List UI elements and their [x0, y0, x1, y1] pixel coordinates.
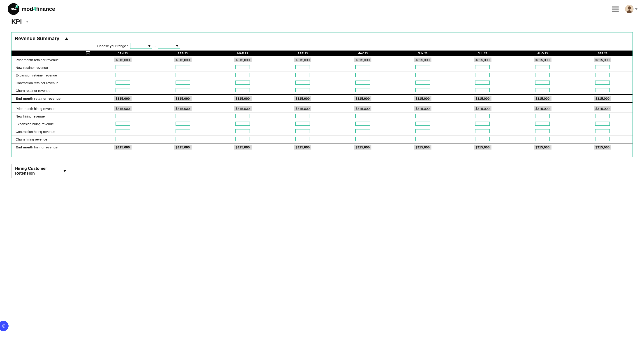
value-input[interactable]: [595, 80, 610, 84]
value-input[interactable]: [475, 137, 490, 141]
value-input[interactable]: [356, 114, 370, 118]
value-input[interactable]: [176, 137, 190, 141]
cell[interactable]: [332, 72, 393, 79]
menu-icon[interactable]: [612, 6, 619, 12]
add-column-button[interactable]: +: [86, 51, 90, 55]
cell[interactable]: [272, 64, 332, 72]
cell[interactable]: [213, 120, 273, 128]
value-input[interactable]: [235, 137, 250, 141]
cell[interactable]: [93, 72, 153, 79]
hiring-customer-retention-card[interactable]: Hiring Customer Retension: [11, 164, 70, 178]
cell[interactable]: [512, 120, 572, 128]
cell[interactable]: [213, 112, 273, 120]
cell[interactable]: [272, 87, 332, 95]
cell[interactable]: [393, 136, 453, 144]
cell[interactable]: [393, 120, 453, 128]
cell[interactable]: [393, 72, 453, 79]
value-input[interactable]: [595, 137, 610, 141]
cell[interactable]: [453, 64, 513, 72]
value-input[interactable]: [235, 80, 250, 84]
value-input[interactable]: [235, 114, 250, 118]
value-input[interactable]: [475, 73, 490, 77]
cell[interactable]: [153, 72, 213, 79]
page-title-dropdown-icon[interactable]: [26, 21, 29, 22]
value-input[interactable]: [116, 73, 130, 77]
value-input[interactable]: [295, 73, 310, 77]
value-input[interactable]: [176, 80, 190, 84]
cell[interactable]: [213, 87, 273, 95]
range-to-select[interactable]: [158, 43, 180, 49]
cell[interactable]: [332, 79, 393, 87]
cell[interactable]: [213, 79, 273, 87]
cell[interactable]: [213, 64, 273, 72]
cell[interactable]: [332, 112, 393, 120]
cell[interactable]: [332, 64, 393, 72]
cell[interactable]: [153, 120, 213, 128]
value-input[interactable]: [535, 122, 550, 126]
value-input[interactable]: [116, 137, 130, 141]
cell[interactable]: [93, 64, 153, 72]
cell[interactable]: [93, 112, 153, 120]
value-input[interactable]: [356, 65, 370, 69]
value-input[interactable]: [416, 80, 430, 84]
value-input[interactable]: [475, 114, 490, 118]
value-input[interactable]: [235, 129, 250, 133]
value-input[interactable]: [235, 122, 250, 126]
value-input[interactable]: [475, 80, 490, 84]
value-input[interactable]: [116, 129, 130, 133]
cell[interactable]: [153, 79, 213, 87]
value-input[interactable]: [535, 114, 550, 118]
brand-logo[interactable]: m4F mod4finance: [8, 3, 55, 15]
cell[interactable]: [572, 128, 632, 136]
value-input[interactable]: [475, 129, 490, 133]
cell[interactable]: [512, 128, 572, 136]
value-input[interactable]: [176, 129, 190, 133]
value-input[interactable]: [116, 80, 130, 84]
collapse-icon[interactable]: [65, 38, 68, 40]
value-input[interactable]: [535, 73, 550, 77]
value-input[interactable]: [295, 114, 310, 118]
cell[interactable]: [453, 72, 513, 79]
cell[interactable]: [332, 120, 393, 128]
value-input[interactable]: [595, 88, 610, 92]
cell[interactable]: [572, 120, 632, 128]
cell[interactable]: [393, 64, 453, 72]
cell[interactable]: [153, 87, 213, 95]
cell[interactable]: [512, 112, 572, 120]
value-input[interactable]: [356, 129, 370, 133]
value-input[interactable]: [416, 137, 430, 141]
cell[interactable]: [512, 79, 572, 87]
value-input[interactable]: [116, 65, 130, 69]
cell[interactable]: [93, 136, 153, 144]
cell[interactable]: [393, 79, 453, 87]
value-input[interactable]: [535, 65, 550, 69]
cell[interactable]: [572, 64, 632, 72]
value-input[interactable]: [176, 73, 190, 77]
value-input[interactable]: [116, 122, 130, 126]
cell[interactable]: [153, 136, 213, 144]
cell[interactable]: [332, 136, 393, 144]
cell[interactable]: [572, 79, 632, 87]
value-input[interactable]: [176, 88, 190, 92]
cell[interactable]: [332, 128, 393, 136]
cell[interactable]: [213, 72, 273, 79]
cell[interactable]: [272, 128, 332, 136]
cell[interactable]: [153, 112, 213, 120]
cell[interactable]: [453, 87, 513, 95]
cell[interactable]: [213, 128, 273, 136]
value-input[interactable]: [295, 65, 310, 69]
value-input[interactable]: [535, 80, 550, 84]
cell[interactable]: [272, 112, 332, 120]
cell[interactable]: [153, 128, 213, 136]
cell[interactable]: [453, 128, 513, 136]
cell[interactable]: [453, 112, 513, 120]
value-input[interactable]: [356, 137, 370, 141]
value-input[interactable]: [416, 129, 430, 133]
value-input[interactable]: [416, 88, 430, 92]
value-input[interactable]: [295, 80, 310, 84]
cell[interactable]: [272, 120, 332, 128]
value-input[interactable]: [176, 65, 190, 69]
cell[interactable]: [272, 136, 332, 144]
cell[interactable]: [512, 64, 572, 72]
cell[interactable]: [453, 79, 513, 87]
